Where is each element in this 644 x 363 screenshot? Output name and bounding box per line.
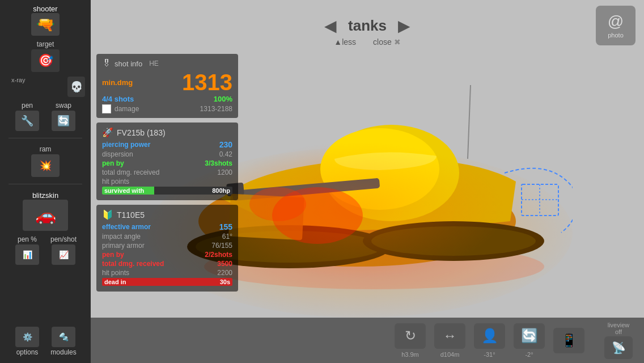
target-row: target 🎯	[6, 38, 85, 74]
ammo-type: HE	[149, 60, 159, 67]
modules-item[interactable]: 🔩 modules	[46, 324, 80, 358]
svg-point-1	[198, 176, 516, 267]
pen-per-shot-label: pen/shot	[50, 235, 77, 243]
shooter-icon[interactable]: 🔫	[31, 13, 60, 36]
pen-by-value-t110: 2/2shots	[205, 251, 232, 259]
distance-icon-group[interactable]: ↔ d104m	[434, 323, 465, 358]
impact-angle-value: 61°	[222, 233, 232, 240]
damage-row: damage 1313-2188	[102, 104, 232, 113]
primary-armor-row: primary armor 76/155	[102, 242, 232, 250]
damage-range: 1313-2188	[200, 105, 232, 113]
svg-line-17	[468, 85, 471, 159]
pen-percent-item[interactable]: pen % 📊	[10, 233, 44, 267]
less-button[interactable]: ▲less	[334, 37, 356, 47]
svg-point-0	[204, 244, 544, 289]
shot-info-header: 🎖 shot info HE	[102, 58, 232, 69]
camera-icon: @	[608, 12, 624, 31]
pen-by-value-fv: 3/3shots	[205, 159, 232, 167]
pen-per-shot-item[interactable]: pen/shot 📈	[46, 233, 80, 267]
svg-point-3	[320, 128, 439, 210]
angle2-icon-group[interactable]: 🔄 -2°	[514, 323, 545, 358]
svg-point-11	[210, 142, 505, 278]
dead-in-value: 30s	[220, 278, 230, 286]
nav-sub: ▲less close ✖	[334, 37, 400, 47]
fv215b-panel: 🚀 FV215b (183) piercing power 230 disper…	[96, 123, 238, 200]
pen-item[interactable]: pen 🔧	[10, 99, 44, 133]
sidebar-divider-1	[9, 138, 82, 138]
tank-small-icon: 🚀	[102, 127, 113, 138]
info-panels: 🎖 shot info HE min.dmg 1313 4/4 shots 10…	[96, 54, 238, 292]
angle2-icon[interactable]: 🔄	[514, 323, 545, 349]
screen-icon[interactable]: 📱	[553, 328, 584, 353]
pen-swap-row: pen 🔧 swap 🔄	[6, 99, 85, 133]
dispersion-label: dispersion	[102, 150, 133, 158]
close-icon[interactable]: ✖	[394, 37, 401, 47]
fv215b-name: FV215b (183)	[117, 128, 166, 137]
xray-icon[interactable]: 💀	[67, 77, 85, 97]
shots-label: 4/4 shots	[102, 95, 134, 103]
eff-armor-value: 155	[219, 222, 232, 231]
hit-points-row-fv: hit points	[102, 178, 232, 185]
impact-angle-row: impact angle 61°	[102, 233, 232, 240]
distance-icon[interactable]: ↔	[434, 323, 465, 349]
photo-button[interactable]: @ photo	[596, 6, 635, 45]
h-label: h3.9m	[401, 351, 419, 358]
survived-label: survived with	[104, 187, 144, 195]
t110e5-panel: 🔰 T110E5 effective armor 155 impact angl…	[96, 205, 238, 292]
options-item[interactable]: ⚙️ options	[10, 324, 44, 358]
t110e5-header: 🔰 T110E5	[102, 209, 232, 220]
ram-item[interactable]: ram 💥	[6, 143, 85, 179]
min-dmg-row: min.dmg 1313	[102, 71, 232, 94]
pen-percent-section: pen % 📊 pen/shot 📈	[6, 233, 85, 267]
wifi-icon[interactable]: 📡	[604, 336, 633, 359]
svg-rect-14	[522, 184, 558, 216]
blitzskin-label: blitzskin	[32, 191, 58, 200]
close-label: close	[373, 37, 392, 47]
screen-icon-group[interactable]: 📱	[553, 328, 584, 353]
pen-icon[interactable]: 🔧	[15, 111, 39, 131]
shot-icon: 🎖	[102, 58, 111, 69]
min-dmg-label: min.dmg	[102, 78, 133, 87]
rotate-icon-group[interactable]: ↻ h3.9m	[395, 323, 426, 358]
angle1-icon-group[interactable]: 👤 -31°	[474, 323, 505, 358]
pen-percent-icon[interactable]: 📊	[15, 244, 39, 265]
less-label: ▲less	[334, 37, 356, 47]
options-icon[interactable]: ⚙️	[15, 327, 39, 347]
svg-point-12	[272, 187, 363, 244]
top-nav: ◀ tanks ▶ ▲less close ✖	[91, 0, 644, 51]
bottom-controls: ↻ h3.9m ↔ d104m 👤 -31° 🔄 -2° 📱 liveview …	[91, 318, 644, 363]
angle2-label: -2°	[525, 351, 533, 358]
nav-arrow-right[interactable]: ▶	[387, 16, 422, 35]
eff-armor-label: effective armor	[102, 223, 151, 231]
liveview-status: off	[615, 328, 622, 335]
piercing-value: 230	[219, 140, 232, 149]
target-icon[interactable]: 🎯	[31, 49, 60, 72]
svg-point-9	[371, 226, 536, 256]
main-area: ◀ tanks ▶ ▲less close ✖ @ photo 🎖 shot i…	[91, 0, 644, 363]
total-dmg-row-fv: total dmg. received 1200	[102, 168, 232, 176]
target-label: target	[37, 40, 54, 48]
dead-in-label: dead in	[104, 278, 126, 286]
close-button[interactable]: close ✖	[373, 37, 401, 47]
damage-color-box	[102, 104, 111, 113]
pen-per-shot-icon[interactable]: 📈	[52, 244, 75, 265]
primary-armor-label: primary armor	[102, 242, 145, 250]
hit-points-value-t110: 2200	[217, 269, 232, 277]
total-dmg-value-fv: 1200	[217, 168, 232, 176]
target-item[interactable]: target 🎯	[6, 38, 85, 74]
nav-arrow-left[interactable]: ◀	[313, 16, 348, 35]
blitzskin-icon[interactable]: 🚗	[23, 200, 68, 231]
hp-bar-fv: survived with 800hp	[102, 187, 232, 195]
ram-icon[interactable]: 💥	[31, 154, 60, 177]
d-label: d104m	[440, 351, 460, 358]
total-dmg-row-t110: total dmg. received 3500	[102, 260, 232, 268]
shooter-label: shooter	[33, 5, 57, 13]
modules-icon[interactable]: 🔩	[52, 327, 75, 347]
swap-icon[interactable]: 🔄	[52, 111, 75, 131]
swap-item[interactable]: swap 🔄	[46, 99, 80, 133]
hit-points-row-t110: hit points 2200	[102, 269, 232, 277]
angle1-icon[interactable]: 👤	[474, 323, 505, 349]
min-dmg-value: 1313	[182, 71, 232, 94]
angle1-label: -31°	[484, 351, 495, 358]
rotate-icon[interactable]: ↻	[395, 323, 426, 349]
